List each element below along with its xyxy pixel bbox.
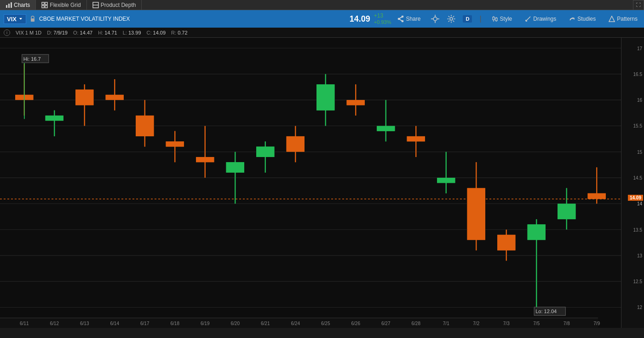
- chart-icon: [6, 2, 12, 8]
- style-label: Style: [500, 16, 512, 22]
- svg-rect-3: [42, 2, 44, 5]
- svg-rect-138: [558, 204, 575, 219]
- series-label: VIX 1 M 1D: [16, 30, 41, 35]
- date-label: 6/25: [321, 321, 330, 326]
- svg-text:Lo: 12.04: Lo: 12.04: [535, 309, 557, 314]
- svg-rect-128: [407, 136, 425, 141]
- product-depth-label: Product Depth: [101, 2, 136, 8]
- toolbar-right: Share D | Style Drawings: [395, 14, 640, 23]
- share-label: Share: [406, 16, 420, 22]
- svg-point-16: [433, 17, 437, 21]
- svg-rect-10: [31, 18, 34, 22]
- symbol-price: 14.09: [350, 14, 370, 24]
- svg-rect-110: [136, 116, 154, 136]
- candlestick-chart: Hi: 16.7Lo: 12.04Hi: 16.7Lo: 12.04: [0, 38, 621, 318]
- depth-icon: [92, 2, 99, 8]
- ohlc-range: R: 0.72: [171, 30, 187, 35]
- svg-rect-124: [347, 100, 365, 105]
- current-price-badge: 14.09: [628, 195, 643, 201]
- grid-icon: [41, 2, 48, 8]
- svg-rect-108: [106, 95, 124, 100]
- svg-marker-9: [19, 18, 22, 20]
- share-button[interactable]: Share: [395, 15, 423, 23]
- studies-icon: [569, 16, 575, 22]
- drawings-label: Drawings: [533, 16, 556, 22]
- svg-rect-134: [497, 235, 515, 251]
- d-label: D: [466, 16, 469, 22]
- patterns-icon: [609, 16, 615, 22]
- expand-button[interactable]: ⛶: [633, 0, 644, 10]
- style-icon: [492, 16, 498, 22]
- date-label: 7/9: [593, 321, 600, 326]
- date-label: 7/3: [503, 321, 510, 326]
- date-label: 6/26: [351, 321, 360, 326]
- top-navigation: Charts Flexible Grid Product Depth ⛶: [0, 0, 644, 10]
- nav-charts[interactable]: Charts: [0, 0, 36, 10]
- ohlc-bar: i VIX 1 M 1D D: 7/9/19 O: 14.47 H: 14.71…: [0, 28, 644, 38]
- separator: |: [479, 15, 481, 23]
- price-change: +13: [374, 12, 391, 19]
- studies-button[interactable]: Studies: [566, 15, 598, 23]
- nav-product-depth[interactable]: Product Depth: [87, 0, 142, 10]
- drawings-icon: [525, 16, 531, 22]
- charts-label: Charts: [14, 2, 30, 8]
- style-button[interactable]: Style: [489, 15, 515, 23]
- svg-rect-4: [45, 2, 47, 5]
- ohlc-high: H: 14.71: [98, 30, 117, 35]
- date-label: 6/19: [201, 321, 209, 326]
- svg-rect-114: [196, 157, 214, 162]
- ohlc-date: D: 7/9/19: [47, 30, 68, 35]
- patterns-button[interactable]: Patterns: [606, 15, 640, 23]
- svg-rect-0: [6, 5, 7, 8]
- svg-rect-118: [256, 146, 274, 157]
- lock-icon: [30, 16, 35, 22]
- date-label: 6/14: [110, 321, 119, 326]
- date-bar: 6/116/126/136/146/176/186/196/206/216/24…: [0, 318, 598, 328]
- date-label: 6/13: [80, 321, 89, 326]
- ohlc-close: C: 14.09: [147, 30, 166, 35]
- symbol-selector[interactable]: VIX: [4, 14, 26, 24]
- svg-line-28: [526, 17, 530, 21]
- svg-rect-106: [75, 90, 93, 105]
- svg-rect-136: [528, 224, 546, 240]
- drawings-button[interactable]: Drawings: [522, 15, 559, 23]
- svg-point-21: [450, 17, 453, 20]
- svg-rect-126: [377, 126, 395, 131]
- crosshair-icon[interactable]: [431, 14, 440, 23]
- svg-line-14: [399, 17, 402, 19]
- svg-rect-112: [166, 141, 184, 146]
- date-label: 7/2: [473, 321, 479, 326]
- date-label: 6/12: [50, 321, 59, 326]
- nav-flexible-grid[interactable]: Flexible Grid: [36, 0, 86, 10]
- company-name: CBOE MARKET VOLATILITY INDEX: [39, 16, 346, 22]
- d-button[interactable]: D: [463, 15, 472, 23]
- price-axis: 1212.51313.51414.51515.51616.51714.09: [621, 38, 644, 328]
- date-label: 6/20: [231, 321, 240, 326]
- symbol-bar: VIX CBOE MARKET VOLATILITY INDEX 14.09 +…: [0, 10, 644, 28]
- svg-marker-31: [609, 16, 615, 22]
- svg-rect-23: [495, 18, 497, 21]
- svg-rect-132: [467, 188, 485, 240]
- date-label: 6/11: [20, 321, 29, 326]
- settings-icon[interactable]: [447, 15, 455, 23]
- chart-area[interactable]: Hi: 16.7Lo: 12.04Hi: 16.7Lo: 12.04 6/116…: [0, 38, 621, 328]
- svg-rect-5: [42, 6, 44, 8]
- svg-rect-122: [316, 84, 334, 110]
- svg-rect-22: [493, 17, 494, 20]
- date-label: 6/24: [291, 321, 300, 326]
- info-button[interactable]: i: [4, 29, 10, 36]
- date-label: 6/17: [140, 321, 149, 326]
- date-label: 7/1: [443, 321, 449, 326]
- svg-rect-6: [45, 6, 47, 8]
- ohlc-low: L: 13.99: [123, 30, 141, 35]
- symbol-text: VIX: [7, 16, 17, 23]
- svg-rect-104: [46, 116, 63, 121]
- svg-rect-140: [588, 193, 606, 199]
- svg-rect-116: [226, 162, 244, 173]
- chevron-down-icon: [18, 17, 23, 21]
- share-icon: [397, 16, 404, 22]
- studies-label: Studies: [577, 16, 596, 22]
- date-label: 6/28: [412, 321, 420, 326]
- date-label: 7/5: [533, 321, 540, 326]
- date-label: 6/27: [381, 321, 390, 326]
